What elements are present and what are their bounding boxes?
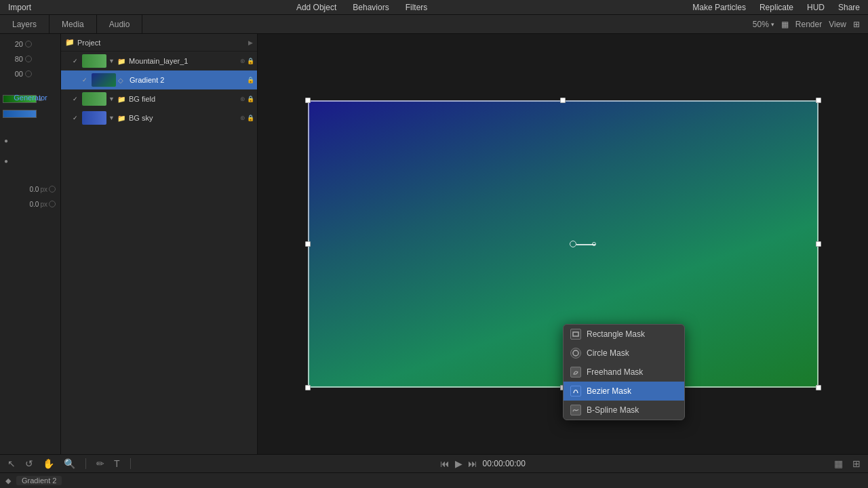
playback-prev[interactable]: ⏮ [440,458,450,469]
layer-icon-bgfield: 📁 [117,96,127,103]
layer-expand-bgfield[interactable]: ▼ [108,96,115,102]
layer-row-mountain[interactable]: ✓ ▼ 📁 Mountain_layer_1 ⊛ 🔒 [61,52,257,70]
layer-badge-1: ⊛ [240,58,245,64]
view-grid-icon[interactable]: ▦ [832,458,845,469]
handle-mid-top[interactable] [560,98,566,103]
inspector-dot-2[interactable] [25,56,32,62]
layer-badge-bf2: 🔒 [247,96,254,102]
bspline-mask-label: B-Spline Mask [587,405,639,415]
layer-expand-bgsky[interactable]: ▼ [108,115,115,121]
tool-pan[interactable]: ✋ [41,458,56,469]
layer-row-gradient2[interactable]: ✓ ◇ Gradient 2 🔒 [61,70,257,89]
center-dot [570,241,576,247]
layer-row-bgsky[interactable]: ✓ ▼ 📁 BG sky ⊛ 🔒 [61,108,257,127]
freehand-mask-icon [570,367,581,378]
menu-add-object[interactable]: Add Object [294,3,339,12]
handle-mid-left[interactable] [305,241,311,247]
layer-thumb-bgfield [82,92,106,106]
menu-hud[interactable]: HUD [804,3,827,12]
color-swatch-row-2 [0,108,60,119]
time-display: 00:00:00:00 [483,459,526,468]
layer-badge-g2: 🔒 [247,77,254,83]
handle-top-left[interactable] [305,98,311,103]
render-button[interactable]: Render [795,20,822,29]
view-mode-control[interactable]: ▦ [781,20,789,29]
bezier-mask-icon [570,386,581,396]
menu-filters[interactable]: Filters [403,3,431,12]
insp-px-unit-2: px [40,201,47,208]
insp-px-label-2: ● [4,157,8,165]
inspector-dot-3[interactable] [25,70,32,77]
handle-top-right[interactable] [816,98,821,103]
tool-pen[interactable]: ✏ [94,458,106,469]
layer-check-bgfield[interactable]: ✓ [71,94,80,104]
inspector-row-2: 80 [0,52,60,66]
layer-name-mountain: Mountain_layer_1 [129,57,238,65]
freehand-mask-label: Freehand Mask [587,367,643,377]
playback-play[interactable]: ▶ [455,458,462,469]
menu-share[interactable]: Share [835,3,863,12]
layer-expand-mountain[interactable]: ▼ [108,58,115,64]
project-expand-icon: ▶ [248,39,253,46]
menu-item-bspline-mask[interactable]: B-Spline Mask [564,401,684,420]
fullscreen-button[interactable]: ⊞ [853,20,860,29]
tab-layers[interactable]: Layers [0,15,50,33]
layer-badge-2: 🔒 [247,58,254,64]
insp-px-dot-1[interactable] [49,186,56,192]
view-button[interactable]: View [829,20,846,29]
tool-select[interactable]: ↖ [5,458,18,469]
tool-separator-2 [130,458,131,469]
inspector-dot-1[interactable] [25,41,32,47]
menu-replicate[interactable]: Replicate [757,3,796,12]
handle-mid-right[interactable] [816,241,821,247]
layer-check-gradient2[interactable]: ✓ [80,75,90,85]
layer-badge-bf1: ⊛ [240,96,245,102]
layer-row-bgfield[interactable]: ✓ ▼ 📁 BG field ⊛ 🔒 [61,89,257,108]
insp-px-dot-2[interactable] [49,201,56,207]
insp-px-row-2: ● [0,153,60,168]
insp-px-unit-1: px [40,186,47,193]
layer-thumb-mountain [82,54,106,68]
zoom-value: 50% [753,20,769,29]
color-swatch-2[interactable] [3,110,37,118]
menu-make-particles[interactable]: Make Particles [690,3,749,12]
playback-next[interactable]: ⏭ [468,458,477,469]
menu-behaviors[interactable]: Behaviors [350,3,391,12]
timeline-top: ↖ ↺ ✋ 🔍 ✏ T ⏮ ▶ ⏭ 00:00:00:00 ▦ ⊞ [0,455,868,473]
view-window-icon[interactable]: ⊞ [850,458,863,469]
menu-item-freehand-mask[interactable]: Freehand Mask [564,363,684,382]
timeline-bottom: ◆ Gradient 2 [0,473,868,488]
circle-mask-label: Circle Mask [587,348,629,358]
tab-audio[interactable]: Audio [97,15,143,33]
layer-check-bgsky[interactable]: ✓ [71,113,80,123]
menu-import[interactable]: Import [5,3,34,12]
insp-px-value-1: 0.0 px [0,182,60,197]
menu-bar: Import Add Object Behaviors Filters Make… [0,0,868,15]
layer-badge-bs2: 🔒 [247,115,254,121]
tab-media[interactable]: Media [50,15,97,33]
layer-icon-bgsky: 📁 [117,115,127,122]
handle-bottom-left[interactable] [305,385,311,390]
tool-text[interactable]: T [112,458,122,469]
menu-item-rectangle-mask[interactable]: Rectangle Mask [564,325,684,344]
layers-panel: 📁 Project ▶ ✓ ▼ 📁 Mountain_layer_1 ⊛ 🔒 ✓… [61,34,258,454]
insp-px-num-1: 0.0 [4,186,39,193]
layer-name-gradient2: Gradient 2 [130,76,245,84]
layer-check-mountain[interactable]: ✓ [71,56,80,66]
zoom-arrow: ▾ [771,21,774,28]
inspector-value-3: 00 [4,70,23,78]
tabs-row: Layers Media Audio 50% ▾ ▦ Render View ⊞ [0,15,868,34]
handle-bottom-right[interactable] [816,385,821,390]
project-icon: 📁 [65,38,75,47]
zoom-control[interactable]: 50% ▾ [753,20,774,29]
layer-badge-bs1: ⊛ [240,115,245,121]
menu-item-bezier-mask[interactable]: Bezier Mask [564,382,684,401]
tool-zoom[interactable]: 🔍 [62,458,77,469]
context-menu: Rectangle Mask Circle Mask Freehand Mask… [563,324,685,420]
menu-item-circle-mask[interactable]: Circle Mask [564,344,684,363]
generator-label[interactable]: Generator [0,94,61,102]
svg-rect-0 [573,332,578,336]
tool-rotate[interactable]: ↺ [23,458,35,469]
project-row[interactable]: 📁 Project ▶ [61,34,257,52]
timeline-clip-label[interactable]: Gradient 2 [16,476,62,485]
